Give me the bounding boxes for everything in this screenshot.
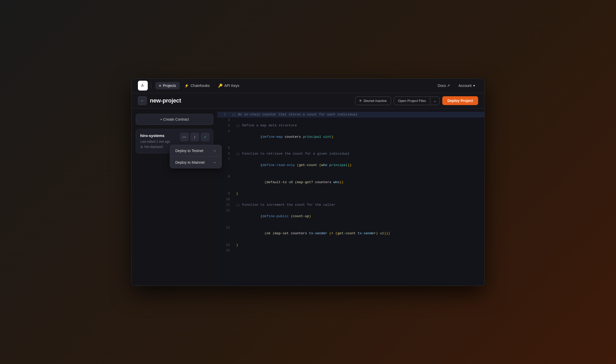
chainhooks-icon: ⚡ xyxy=(184,84,189,88)
open-files-label: Open Project Files xyxy=(398,99,426,103)
line-number-14: 14 xyxy=(222,243,230,248)
code-content-1: ;; An on-chain counter that stores a cou… xyxy=(232,112,358,118)
apikeys-icon: 🔑 xyxy=(218,84,223,88)
line-number-13: 13 xyxy=(222,225,230,230)
check-icon: ✓ xyxy=(204,135,207,139)
deploy-testnet-arrow-icon: → xyxy=(213,149,216,153)
open-files-group: Open Project Files ⌄ xyxy=(394,97,440,105)
toolbar-right-actions: Devnet inactive Open Project Files ⌄ Dep… xyxy=(355,96,478,105)
code-line-3: 3 ;; Define a map data structure xyxy=(217,123,484,128)
not-deployed-icon: ⊘ xyxy=(140,145,143,149)
devnet-label: Devnet inactive xyxy=(364,99,387,103)
top-navigation: /- ≡ Projects ⚡ Chainhooks 🔑 API Keys Do… xyxy=(132,79,484,93)
code-line-12: 12 (define-public (count-up) xyxy=(217,208,484,225)
tab-chainhooks[interactable]: ⚡ Chainhooks xyxy=(181,82,213,89)
code-content-7: (define-read-only (get-count (who princi… xyxy=(236,157,352,174)
code-content-6: ;; Function to retrieve the count for a … xyxy=(236,151,350,157)
code-content-12: (define-public (count-up) xyxy=(236,208,311,225)
deploy-label: Deploy Project xyxy=(447,99,473,103)
check-button[interactable]: ✓ xyxy=(201,133,209,141)
code-content-13: (ok (map-set counters tx-sender (+ (get-… xyxy=(236,225,390,242)
code-line-1: 1 ;; An on-chain counter that stores a c… xyxy=(217,112,484,118)
code-line-8: 8 (default-to u0 (map-get? counters who)… xyxy=(217,174,484,191)
deploy-mainnet-item[interactable]: Deploy to Mainnet → xyxy=(170,157,222,168)
main-window: /- ≡ Projects ⚡ Chainhooks 🔑 API Keys Do… xyxy=(131,78,485,286)
line-number-9: 9 xyxy=(222,191,230,196)
logo-button[interactable]: /- xyxy=(138,81,148,91)
tab-chainhooks-label: Chainhooks xyxy=(191,84,210,88)
docs-link[interactable]: Docs ↗ xyxy=(438,84,450,88)
code-line-15: 15 xyxy=(217,248,484,253)
line-number-10: 10 xyxy=(222,197,230,202)
code-line-9: 9 ) xyxy=(217,191,484,197)
project-title: new-project xyxy=(150,97,181,104)
line-number-2: 2 xyxy=(222,118,230,123)
open-files-button[interactable]: Open Project Files xyxy=(394,97,430,105)
code-content-3: ;; Define a map data structure xyxy=(236,123,297,128)
nav-right: Docs ↗ Account ▾ xyxy=(438,82,478,89)
function-icon: ƒ xyxy=(194,135,196,139)
line-number-8: 8 xyxy=(222,174,230,179)
left-panel: + Create Contract hiro-systems Last edit… xyxy=(132,109,217,286)
code-content-11: ;; Function to increment the count for t… xyxy=(236,202,335,208)
code-content-14: ) xyxy=(236,242,238,248)
create-contract-button[interactable]: + Create Contract xyxy=(136,114,213,125)
devnet-button[interactable]: Devnet inactive xyxy=(355,97,391,105)
back-icon: ← xyxy=(140,99,144,103)
code-line-4: 4 (define-map counters principal uint) xyxy=(217,128,484,146)
code-line-7: 7 (define-read-only (get-count (who prin… xyxy=(217,157,484,174)
code-line-14: 14 ) xyxy=(217,242,484,248)
tab-apikeys-label: API Keys xyxy=(224,84,239,88)
line-number-5: 5 xyxy=(222,146,230,151)
deploy-project-button[interactable]: Deploy Project xyxy=(442,96,478,105)
project-toolbar: ← new-project Devnet inactive Open Proje… xyxy=(132,93,484,109)
code-line-5: 5 xyxy=(217,146,484,151)
deploy-testnet-item[interactable]: Deploy to Testnet → xyxy=(170,145,222,157)
function-button[interactable]: ƒ xyxy=(191,133,199,141)
nav-divider xyxy=(151,83,151,89)
projects-icon: ≡ xyxy=(159,84,161,88)
line-number-1: 1 xyxy=(217,112,226,117)
code-content-9: ) xyxy=(236,191,238,197)
code-content-4: (define-map counters principal uint) xyxy=(236,128,333,146)
create-contract-label: + Create Contract xyxy=(160,117,189,121)
line-number-12: 12 xyxy=(222,208,230,213)
line-number-11: 11 xyxy=(222,202,230,208)
code-editor[interactable]: 1 ;; An on-chain counter that stores a c… xyxy=(217,109,484,286)
open-files-chevron-button[interactable]: ⌄ xyxy=(430,97,439,105)
docs-label: Docs ↗ xyxy=(438,84,450,88)
code-line-6: 6 ;; Function to retrieve the count for … xyxy=(217,151,484,157)
deploy-mainnet-label: Deploy to Mainnet xyxy=(175,160,205,164)
tab-projects[interactable]: ≡ Projects xyxy=(155,82,180,89)
code-line-10: 10 xyxy=(217,197,484,202)
contract-card: hiro-systems Last edited 1 min ago ⊘ Not… xyxy=(136,129,213,153)
code-line-13: 13 (ok (map-set counters tx-sender (+ (g… xyxy=(217,225,484,242)
code-content-8: (default-to u0 (map-get? counters who)) xyxy=(236,174,344,191)
code-line-11: 11 ;; Function to increment the count fo… xyxy=(217,202,484,208)
line-number-7: 7 xyxy=(222,157,230,162)
line-number-3: 3 xyxy=(222,123,230,128)
account-label: Account xyxy=(458,84,472,88)
deploy-dropdown-menu: Deploy to Testnet → Deploy to Mainnet → xyxy=(170,145,222,168)
logo-text: /- xyxy=(142,83,144,88)
line-number-6: 6 xyxy=(222,151,230,156)
back-button[interactable]: ← xyxy=(138,96,147,105)
contract-card-actions: ••• ƒ ✓ xyxy=(180,133,209,141)
devnet-status-indicator xyxy=(359,100,361,102)
deploy-testnet-label: Deploy to Testnet xyxy=(175,149,203,153)
account-button[interactable]: Account ▾ xyxy=(455,82,478,89)
tab-apikeys[interactable]: 🔑 API Keys xyxy=(215,82,243,89)
chevron-down-icon: ⌄ xyxy=(433,99,436,103)
code-line-2: 2 xyxy=(217,118,484,123)
tab-projects-label: Projects xyxy=(163,84,176,88)
line-number-4: 4 xyxy=(222,129,230,134)
more-options-button[interactable]: ••• xyxy=(180,133,189,141)
code-panel: 1 ;; An on-chain counter that stores a c… xyxy=(217,109,484,286)
contract-status-label: Not deployed xyxy=(144,145,163,149)
main-content: + Create Contract hiro-systems Last edit… xyxy=(132,109,484,286)
more-options-icon: ••• xyxy=(183,135,186,139)
deploy-mainnet-arrow-icon: → xyxy=(213,160,216,164)
line-number-15: 15 xyxy=(222,248,230,253)
account-chevron-icon: ▾ xyxy=(473,84,475,88)
